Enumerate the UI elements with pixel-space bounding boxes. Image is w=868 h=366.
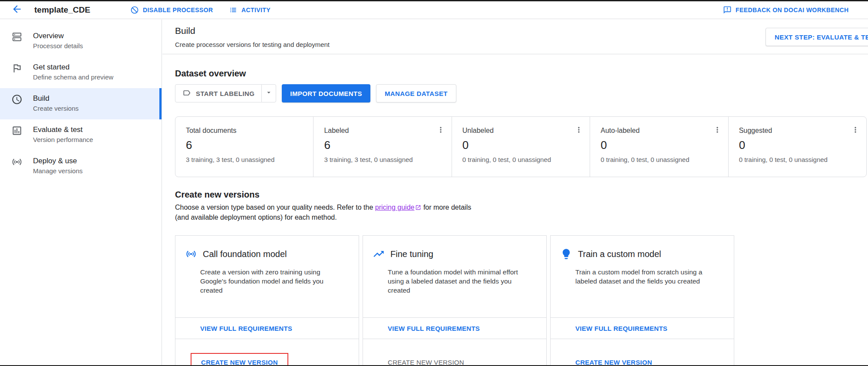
- antenna-waves-icon: [185, 248, 197, 260]
- card-call-foundation-model: Call foundation model Create a version w…: [175, 235, 359, 366]
- card-header: Train a custom model: [551, 236, 734, 260]
- caret-down-icon: [265, 89, 273, 98]
- suggested-menu-button[interactable]: [850, 125, 861, 136]
- create-new-version-button[interactable]: CREATE NEW VERSION: [575, 359, 652, 366]
- create-new-version-button-disabled: CREATE NEW VERSION: [388, 359, 464, 366]
- requirements-label: VIEW FULL REQUIREMENTS: [575, 325, 667, 332]
- card-description: Tune a foundation model with minimal eff…: [363, 260, 546, 295]
- pricing-guide-link[interactable]: pricing guide: [375, 204, 415, 211]
- requirements-label: VIEW FULL REQUIREMENTS: [388, 325, 480, 332]
- activity-button[interactable]: ACTIVITY: [229, 6, 271, 14]
- stat-detail: 0 training, 0 test, 0 unassigned: [739, 156, 858, 163]
- stat-detail: 3 training, 3 test, 0 unassigned: [324, 156, 442, 163]
- dataset-overview-title: Dataset overview: [175, 69, 246, 79]
- sidebar-item-overview[interactable]: Overview Processor details: [0, 26, 162, 57]
- description-text: for more details: [421, 204, 471, 211]
- dataset-stats-card: Total documents 6 3 training, 3 test, 0 …: [175, 116, 867, 177]
- stat-total-documents: Total documents 6 3 training, 3 test, 0 …: [175, 117, 313, 177]
- card-fine-tuning: Fine tuning Tune a foundation model with…: [363, 235, 547, 366]
- card-title: Fine tuning: [390, 249, 433, 259]
- labeled-menu-button[interactable]: [435, 125, 446, 136]
- start-labeling-button[interactable]: START LABELING: [175, 84, 262, 102]
- create-new-version-button[interactable]: CREATE NEW VERSION: [201, 359, 278, 366]
- label-tag-icon: [182, 89, 191, 99]
- dataset-actions: START LABELING IMPORT DOCUMENTS MANAGE D…: [175, 84, 456, 102]
- view-full-requirements-link[interactable]: VIEW FULL REQUIREMENTS: [175, 317, 359, 339]
- block-icon: [130, 6, 139, 14]
- feedback-label: FEEDBACK ON DOCAI WORKBENCH: [736, 7, 848, 13]
- next-step-label: NEXT STEP: EVALUATE & TEST: [775, 33, 868, 41]
- sidebar: Overview Processor details Get started D…: [0, 20, 162, 366]
- sidebar-item-get-started[interactable]: Get started Define schema and preview: [0, 57, 162, 88]
- sidebar-item-sublabel: Processor details: [33, 41, 83, 51]
- flag-icon: [11, 63, 23, 74]
- sidebar-item-label: Evaluate & test: [33, 125, 93, 135]
- activity-list-icon: [229, 6, 238, 14]
- sidebar-item-label: Build: [33, 93, 79, 104]
- kebab-icon: [436, 125, 445, 136]
- sidebar-item-build[interactable]: Build Create versions: [0, 88, 162, 119]
- stat-suggested: Suggested 0 0 training, 0 test, 0 unassi…: [728, 117, 866, 177]
- card-train-custom-model: Train a custom model Train a custom mode…: [550, 235, 734, 366]
- page-title: Build: [175, 26, 195, 36]
- auto-labeled-menu-button[interactable]: [712, 125, 723, 136]
- description-line-2: (and available deployment options) for e…: [175, 213, 471, 222]
- disable-processor-label: DISABLE PROCESSOR: [143, 7, 213, 13]
- manage-dataset-button[interactable]: MANAGE DATASET: [376, 84, 456, 102]
- unlabeled-menu-button[interactable]: [573, 125, 584, 136]
- clock-icon: [11, 94, 23, 105]
- main-content: Build Create processor versions for test…: [162, 20, 868, 366]
- stat-label: Labeled: [324, 127, 442, 135]
- card-description: Create a version with zero training usin…: [175, 260, 359, 295]
- stat-detail: 0 training, 0 test, 0 unassigned: [462, 156, 581, 163]
- sidebar-item-label: Deploy & use: [33, 156, 83, 166]
- sidebar-item-sublabel: Version performance: [33, 135, 93, 145]
- back-arrow-icon: [11, 3, 23, 16]
- description-line-1: Choose a version type based on your qual…: [175, 203, 471, 213]
- stat-label: Total documents: [186, 127, 304, 135]
- view-full-requirements-link[interactable]: VIEW FULL REQUIREMENTS: [551, 317, 734, 339]
- create-new-version-row: CREATE NEW VERSION: [551, 339, 734, 366]
- disable-processor-button[interactable]: DISABLE PROCESSOR: [130, 6, 213, 14]
- activity-label: ACTIVITY: [241, 7, 271, 13]
- requirements-label: VIEW FULL REQUIREMENTS: [200, 325, 292, 332]
- version-type-cards: Call foundation model Create a version w…: [175, 235, 734, 366]
- page-subtitle: Create processor versions for testing an…: [175, 41, 330, 48]
- stat-value: 0: [739, 138, 858, 152]
- stat-detail: 3 training, 3 test, 0 unassigned: [186, 156, 304, 163]
- view-full-requirements-link[interactable]: VIEW FULL REQUIREMENTS: [363, 317, 546, 339]
- sidebar-item-sublabel: Create versions: [33, 104, 79, 113]
- start-labeling-dropdown[interactable]: [261, 84, 276, 102]
- import-documents-button[interactable]: IMPORT DOCUMENTS: [282, 84, 370, 102]
- stat-value: 0: [601, 138, 719, 152]
- feedback-button[interactable]: FEEDBACK ON DOCAI WORKBENCH: [723, 6, 848, 14]
- sidebar-item-sublabel: Define schema and preview: [33, 73, 113, 82]
- red-annotation-box: CREATE NEW VERSION: [191, 353, 288, 366]
- back-button[interactable]: [10, 3, 24, 17]
- stat-label: Unlabeled: [462, 127, 581, 135]
- stat-label: Auto-labeled: [601, 127, 719, 135]
- trending-up-icon: [373, 248, 385, 260]
- sidebar-item-sublabel: Manage versions: [33, 166, 83, 176]
- create-versions-description: Choose a version type based on your qual…: [175, 203, 471, 222]
- manage-dataset-label: MANAGE DATASET: [385, 90, 448, 97]
- description-text: Choose a version type based on your qual…: [175, 204, 375, 211]
- processor-title: template_CDE: [34, 5, 90, 15]
- stat-unlabeled: Unlabeled 0 0 training, 0 test, 0 unassi…: [452, 117, 590, 177]
- screenshot-top-edge: [0, 0, 868, 1]
- import-documents-label: IMPORT DOCUMENTS: [290, 90, 362, 97]
- external-link-icon: [415, 204, 421, 213]
- sidebar-item-label: Overview: [33, 31, 83, 41]
- dns-icon: [11, 31, 23, 43]
- create-new-versions-title: Create new versions: [175, 190, 260, 200]
- feedback-icon: [723, 6, 732, 14]
- topbar: template_CDE DISABLE PROCESSOR ACTIVITY …: [0, 1, 868, 19]
- sidebar-item-evaluate-test[interactable]: Evaluate & test Version performance: [0, 119, 162, 151]
- sidebar-item-deploy-use[interactable]: Deploy & use Manage versions: [0, 151, 162, 182]
- stat-value: 6: [186, 138, 304, 152]
- card-description: Train a custom model from scratch using …: [551, 260, 734, 286]
- stat-label: Suggested: [739, 127, 858, 135]
- start-labeling-split-button: START LABELING: [175, 84, 276, 102]
- next-step-button[interactable]: NEXT STEP: EVALUATE & TEST: [766, 28, 868, 46]
- bar-chart-icon: [11, 125, 23, 136]
